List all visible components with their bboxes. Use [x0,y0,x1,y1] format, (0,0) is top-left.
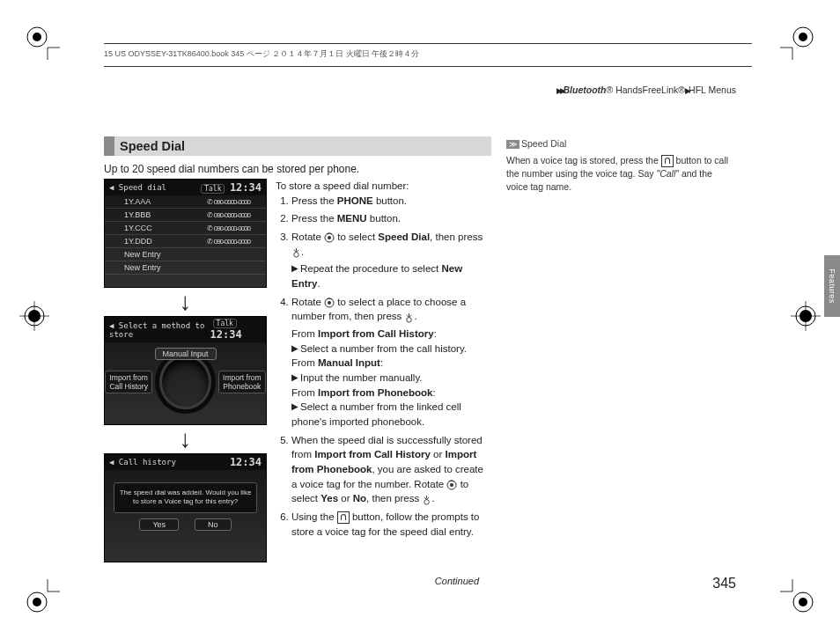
intro-text: To store a speed dial number: [276,179,491,194]
dial-icon [324,232,335,243]
svg-point-7 [799,598,807,606]
svg-point-1 [33,33,41,41]
svg-point-3 [799,33,807,41]
dial-icon [324,298,335,308]
screenshot-select-method: ◀ Select a method to store Talk 12:34 Ma… [104,316,267,425]
press-icon [291,247,301,257]
page-number: 345 [712,576,736,592]
side-note: ≫Speed Dial When a voice tag is stored, … [506,137,736,193]
step-2: Press the MENU button. [291,211,491,226]
dial-icon [446,480,457,490]
svg-point-19 [450,483,453,487]
svg-point-13 [328,236,331,239]
section-heading: Speed Dial [104,136,491,156]
chevron-right-icon: ▶▶ [556,86,564,95]
section-subtitle: Up to 20 speed dial numbers can be store… [104,163,491,175]
down-arrow-icon: ↓ [104,430,267,448]
down-arrow-icon: ↓ [104,293,267,311]
talk-button-icon [337,511,350,524]
instructions: To store a speed dial number: Press the … [276,179,491,542]
crop-mark-icon [19,301,49,331]
step-4: Rotate to select a place to choose a num… [291,295,491,430]
talk-button-icon [661,155,674,167]
crop-mark-icon [791,301,821,331]
svg-point-5 [33,598,41,606]
svg-point-14 [294,253,299,258]
step-6: Using the button, follow the prompts to … [291,510,491,539]
press-icon [404,312,414,322]
triangle-bullet-icon: ▶ [291,371,298,385]
svg-point-16 [328,301,331,305]
crop-mark-icon [26,26,60,60]
triangle-bullet-icon: ▶ [291,342,298,356]
svg-point-17 [407,317,412,322]
crop-mark-icon [780,579,814,613]
step-3: Rotate to select Speed Dial, then press … [291,230,491,291]
triangle-bullet-icon: ▶ [291,401,298,414]
crop-mark-icon [780,26,814,60]
press-icon [422,495,431,504]
triangle-bullet-icon: ▶ [291,262,298,276]
continued-label: Continued [435,576,479,586]
svg-point-20 [424,499,430,504]
chevron-icon: ≫ [506,140,519,149]
step-1: Press the PHONE button. [291,194,491,209]
step-5: When the speed dial is successfully stor… [291,433,491,506]
breadcrumb: ▶▶Bluetooth® HandsFreeLink®▶HFL Menus [556,85,736,95]
screenshot-voice-tag: ◀ Call history 12:34 The speed dial was … [104,453,267,562]
crop-mark-icon [26,579,60,613]
section-tab: Features [824,255,840,317]
screenshot-speed-dial: ◀ Speed dial Talk 12:34 1Y.AAA✆ 090-0000… [104,179,267,288]
page-header-meta: 15 US ODYSSEY-31TK86400.book 345 ページ ２０１… [104,48,752,62]
